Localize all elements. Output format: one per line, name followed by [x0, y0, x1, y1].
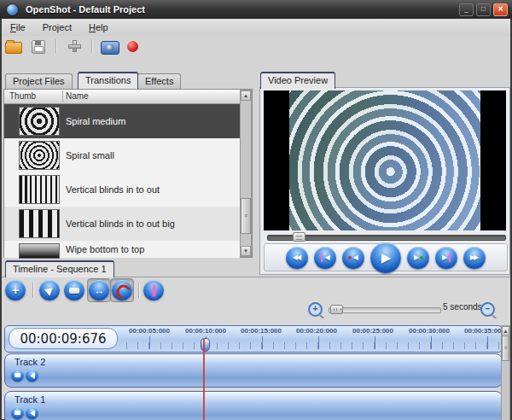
- scrollbar-thumb[interactable]: ≡: [241, 198, 251, 234]
- seek-slider-thumb[interactable]: [293, 232, 305, 242]
- tab-effects[interactable]: Effects: [137, 73, 181, 89]
- fast-forward-icon: ▶▶: [470, 254, 479, 261]
- razor-tool-button[interactable]: [64, 280, 84, 300]
- preview-seek-slider[interactable]: [267, 235, 506, 241]
- scroll-up-arrow[interactable]: ▲: [241, 90, 251, 101]
- frame-step-forward-button[interactable]: ▶: [407, 247, 429, 269]
- camera-icon: [101, 41, 119, 55]
- speaker-icon: [30, 410, 35, 417]
- timecode-display: 00:00:09:676: [9, 328, 118, 349]
- play-icon: ▶: [379, 250, 393, 265]
- timeline-ruler[interactable]: 00:00:09:676 00:00:05:000 00:00:10:000 0…: [4, 325, 503, 353]
- spiral-small-thumbnail: [19, 141, 60, 170]
- tab-project-files[interactable]: Project Files: [5, 73, 73, 89]
- maximize-button[interactable]: □: [476, 3, 491, 16]
- red-dot-icon: [348, 256, 352, 260]
- table-row-spiral-small[interactable]: Spiral small: [4, 138, 240, 172]
- save-project-button[interactable]: [29, 38, 48, 54]
- green-dot-icon: [420, 256, 423, 260]
- row-label: Vertical blinds in to out big: [66, 219, 175, 229]
- track-2-video-toggle[interactable]: [11, 369, 24, 382]
- table-row-wipe-bottom-top[interactable]: Wipe bottom to top: [4, 241, 240, 258]
- record-button[interactable]: [127, 38, 146, 54]
- ruler-label: 00:00:15:000: [241, 327, 282, 335]
- previous-marker-button[interactable]: ◀: [314, 247, 336, 269]
- timeline-vertical-scrollbar[interactable]: ▲ ≡ ▼: [501, 325, 510, 420]
- table-row-vertical-blinds-big[interactable]: Vertical blinds in to out big: [4, 207, 240, 241]
- scroll-down-arrow[interactable]: ▼: [241, 246, 251, 256]
- ruler-label: 00:00:30:000: [409, 327, 450, 335]
- track-1-label: Track 1: [15, 394, 45, 405]
- zoom-out-icon[interactable]: −: [480, 302, 495, 317]
- toolbar-separator: [138, 283, 140, 298]
- video-display: [264, 90, 506, 230]
- track-1-audio-toggle[interactable]: [26, 406, 38, 419]
- select-tool-button[interactable]: [39, 280, 60, 300]
- toolbar-separator: [91, 39, 93, 53]
- scrollbar-thumb[interactable]: ≡: [502, 335, 509, 361]
- rewind-icon: ◀◀: [293, 254, 301, 261]
- transport-controls: ◀◀ ◀ ◀ ▶ ▶ ▶ ▶▶: [264, 243, 508, 271]
- snap-tool-button[interactable]: [110, 278, 134, 302]
- snap-orb: [112, 280, 132, 300]
- track-1-band[interactable]: Track 1: [4, 391, 503, 420]
- wipe-bottom-top-thumbnail: [19, 243, 60, 259]
- fast-forward-button[interactable]: ▶▶: [463, 247, 486, 269]
- timeline-zoom-slider[interactable]: [329, 307, 441, 313]
- tab-timeline-sequence[interactable]: Timeline - Sequence 1: [5, 260, 114, 277]
- vertical-blinds-thumbnail: [19, 175, 60, 204]
- frame-step-back-button[interactable]: ◀: [342, 247, 364, 269]
- rewind-button[interactable]: ◀◀: [286, 247, 308, 269]
- ruler-label: 00:00:20:000: [296, 327, 337, 335]
- window-title: OpenShot - Default Project: [26, 4, 145, 15]
- open-folder-icon: [5, 42, 22, 54]
- add-track-button[interactable]: +: [5, 280, 26, 300]
- table-row-vertical-blinds[interactable]: Vertical blinds in to out: [4, 172, 240, 207]
- column-header-thumb[interactable]: Thumb: [9, 91, 36, 101]
- table-vertical-scrollbar[interactable]: ▲ ≡ ▼: [240, 90, 252, 257]
- playhead-handle[interactable]: [201, 338, 210, 352]
- table-header: Thumb Name: [4, 90, 240, 104]
- resize-arrows-icon: ↔: [94, 284, 105, 297]
- close-button[interactable]: ✕: [493, 3, 508, 16]
- files-transitions-panel: Project Files Transitions Effects Thumb …: [2, 71, 254, 259]
- menu-help[interactable]: Help: [80, 20, 117, 34]
- column-header-name[interactable]: Name: [66, 91, 89, 101]
- menu-file[interactable]: File: [2, 20, 34, 34]
- tab-transitions[interactable]: Transitions: [78, 72, 138, 89]
- play-button[interactable]: ▶: [370, 242, 401, 273]
- menu-project[interactable]: Project: [34, 20, 80, 34]
- zoom-slider-thumb[interactable]: [330, 305, 343, 314]
- openshot-window: OpenShot - Default Project _ □ ✕ File Pr…: [0, 0, 512, 420]
- track-2-audio-toggle[interactable]: [26, 369, 38, 382]
- video-frame: [289, 90, 480, 230]
- title-bar[interactable]: OpenShot - Default Project _ □ ✕: [0, 0, 512, 19]
- zoom-in-icon[interactable]: +: [308, 302, 323, 317]
- speaker-icon: [30, 372, 35, 379]
- resize-orb: ↔: [89, 280, 109, 300]
- add-files-button[interactable]: [65, 38, 84, 54]
- track-1-video-toggle[interactable]: [11, 406, 24, 419]
- spiral-medium-thumbnail: [19, 107, 60, 136]
- magnet-icon: [113, 282, 131, 300]
- screen-icon: [15, 411, 20, 415]
- column-divider[interactable]: [62, 90, 63, 102]
- ruler-label: 00:00:10:000: [185, 327, 226, 335]
- next-marker-button[interactable]: ▶: [435, 247, 457, 269]
- track-2-band[interactable]: Track 2: [4, 353, 503, 388]
- marker-bar-icon: [449, 253, 451, 262]
- add-marker-button[interactable]: [143, 280, 164, 300]
- tab-video-preview[interactable]: Video Preview: [260, 72, 335, 89]
- screen-icon: [15, 373, 20, 377]
- ruler-major-ticks: [119, 336, 499, 349]
- table-row-spiral-medium[interactable]: Spiral medium: [4, 104, 240, 138]
- open-project-button[interactable]: [5, 38, 24, 54]
- minimize-button[interactable]: _: [459, 3, 474, 16]
- row-label: Vertical blinds in to out: [66, 184, 160, 195]
- export-video-button[interactable]: [101, 38, 119, 54]
- playhead-line[interactable]: [203, 339, 205, 420]
- window-content: File Project Help Project Files Transiti…: [2, 19, 510, 418]
- resize-tool-button[interactable]: ↔: [87, 278, 111, 302]
- plus-icon: [68, 40, 80, 52]
- ruler-label: 00:00:35:000: [464, 327, 505, 335]
